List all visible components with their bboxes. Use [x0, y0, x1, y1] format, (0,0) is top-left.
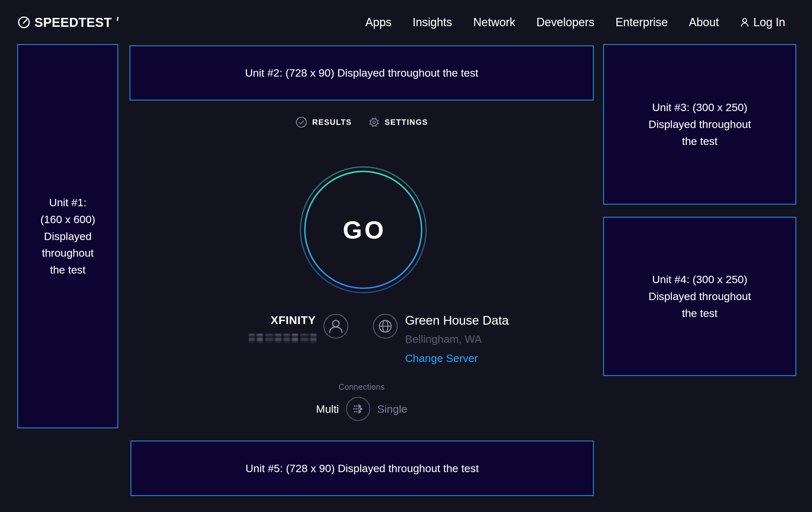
tab-settings-label: SETTINGS: [385, 118, 428, 127]
go-button[interactable]: GO: [293, 160, 433, 300]
ad-unit-4-text: Unit #4: (300 x 250) Displayed throughou…: [648, 271, 751, 321]
ad-unit-3-text: Unit #3: (300 x 250) Displayed throughou…: [648, 99, 751, 150]
user-icon: [740, 17, 750, 27]
isp-user-icon: [323, 314, 348, 339]
connection-mode-single[interactable]: Single: [377, 403, 408, 415]
connection-mode-toggle[interactable]: [346, 397, 370, 421]
view-tabs: RESULTS SETTINGS: [129, 116, 594, 128]
server-info: Green House Data Bellingham, WA Change S…: [405, 313, 509, 365]
server-name: Green House Data: [405, 313, 509, 328]
connection-info-row: XFINITY Green House Data Bellingham, WA …: [129, 311, 594, 372]
login-button[interactable]: Log In: [740, 16, 785, 29]
speedtest-main: RESULTS SETTINGS: [129, 0, 594, 512]
speedtest-logo[interactable]: SPEEDTEST: [17, 15, 118, 30]
logo-text: SPEEDTEST: [34, 15, 112, 30]
multi-arrows-icon: [351, 402, 365, 416]
tab-results-label: RESULTS: [312, 118, 352, 127]
server-location: Bellingham, WA: [405, 333, 509, 345]
blurred-ip-address: [249, 333, 316, 343]
connection-mode-multi[interactable]: Multi: [316, 403, 339, 415]
connections-label: Connections: [129, 382, 594, 392]
nav-item-about[interactable]: About: [689, 16, 719, 29]
check-circle-icon: [295, 116, 308, 128]
connection-mode-row: Multi Single: [129, 397, 594, 421]
isp-name: XFINITY: [271, 314, 316, 327]
ad-unit-4[interactable]: Unit #4: (300 x 250) Displayed throughou…: [603, 217, 796, 376]
tab-settings[interactable]: SETTINGS: [368, 116, 428, 128]
login-label: Log In: [753, 16, 785, 29]
speedometer-gauge-icon: [17, 16, 31, 29]
tab-results[interactable]: RESULTS: [295, 116, 352, 128]
server-globe-icon: [373, 314, 398, 339]
ad-unit-3[interactable]: Unit #3: (300 x 250) Displayed throughou…: [603, 44, 796, 205]
nav-item-enterprise[interactable]: Enterprise: [615, 16, 668, 29]
ad-unit-1-text: Unit #1: (160 x 600) Displayed throughou…: [40, 194, 95, 278]
trademark-mark: [117, 17, 119, 21]
change-server-link[interactable]: Change Server: [405, 352, 478, 365]
ad-unit-1[interactable]: Unit #1: (160 x 600) Displayed throughou…: [17, 44, 118, 428]
go-button-label: GO: [341, 215, 386, 244]
gear-icon: [368, 116, 380, 128]
